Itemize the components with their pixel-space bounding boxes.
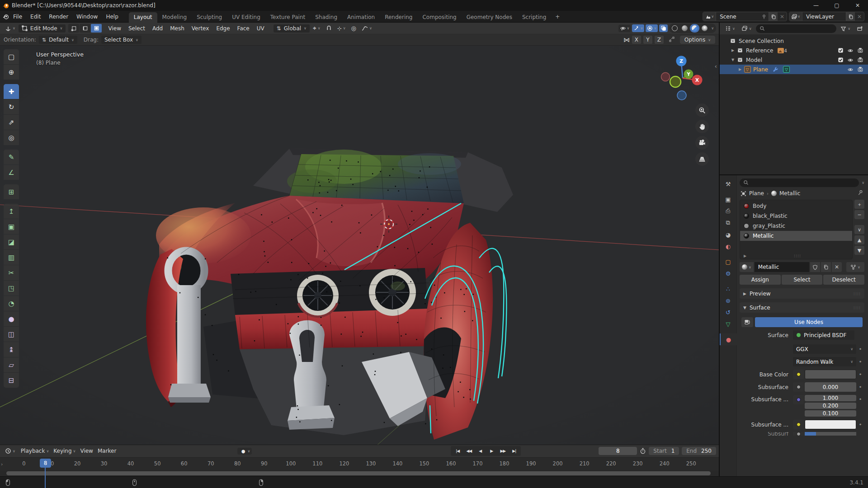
face-select-button[interactable]: [91, 24, 102, 33]
pin-id-icon[interactable]: [858, 190, 863, 197]
timeline-menu-keying[interactable]: Keying∨: [51, 447, 78, 455]
prev-key-button[interactable]: ◀◀: [463, 447, 474, 455]
jump-end-button[interactable]: ▶|: [509, 447, 519, 455]
tool-spin[interactable]: ◔: [4, 296, 19, 311]
properties-tab-object[interactable]: ▢: [720, 256, 737, 267]
menu-edit[interactable]: Edit: [26, 11, 45, 23]
shading-rendered-button[interactable]: [700, 24, 709, 33]
workspace-tab-uv-editing[interactable]: UV Editing: [227, 12, 265, 23]
animate-dot[interactable]: •: [856, 384, 864, 390]
distribution-dropdown[interactable]: GGX∨: [793, 344, 856, 354]
vector-slider[interactable]: 0.100: [805, 410, 856, 417]
tool-shrink-fatten[interactable]: ↨: [4, 342, 19, 357]
properties-tab-modifiers[interactable]: ⚙: [720, 267, 737, 279]
color-swatch[interactable]: [805, 370, 856, 379]
subsurface-method-dropdown[interactable]: Random Walk∨: [793, 357, 856, 366]
properties-options-dropdown[interactable]: ∨: [862, 181, 864, 185]
menu-render[interactable]: Render: [45, 11, 72, 23]
value-slider[interactable]: 0.000: [805, 382, 856, 392]
material-name-field[interactable]: Metallic: [755, 262, 809, 272]
outliner-row-scene-collection[interactable]: Scene Collection: [720, 36, 868, 46]
tool-rip-region[interactable]: ⊟: [4, 373, 19, 388]
viewlayer-name[interactable]: ViewLayer: [802, 14, 846, 20]
new-scene-button[interactable]: [769, 12, 778, 21]
timeline-menu-playback[interactable]: Playback∨: [19, 447, 51, 455]
mirror-y-button[interactable]: Y: [643, 36, 652, 44]
shading-dropdown[interactable]: ∨: [710, 26, 715, 30]
tool-select-box[interactable]: ▢: [4, 49, 19, 64]
edge-select-button[interactable]: [80, 24, 90, 33]
surface-panel-header[interactable]: ▼Surface::::: [740, 302, 864, 313]
menu-file[interactable]: File: [9, 11, 26, 23]
tool-rotate[interactable]: ↻: [4, 99, 19, 114]
properties-tab-particles[interactable]: ∴: [720, 283, 737, 295]
shading-solid-button[interactable]: [680, 24, 689, 33]
gizmos-toggle[interactable]: ∨: [632, 24, 644, 32]
drag-setting-dropdown[interactable]: Select Box∨: [101, 36, 142, 44]
outliner-filter-button[interactable]: ∨: [838, 25, 853, 33]
menu-window[interactable]: Window: [72, 11, 102, 23]
properties-tab-render[interactable]: ▣: [720, 193, 737, 205]
tool-cursor[interactable]: ⊕: [4, 65, 19, 80]
expand-icon[interactable]: ▼: [730, 58, 736, 62]
mirror-z-button[interactable]: Z: [655, 36, 664, 44]
tool-annotate[interactable]: ✎: [4, 150, 19, 164]
select-button[interactable]: Select: [782, 275, 823, 285]
shading-wireframe-button[interactable]: [670, 24, 679, 33]
frame-start-field[interactable]: Start1: [649, 447, 679, 455]
gizmo-axis-negz[interactable]: [677, 91, 686, 100]
frame-end-field[interactable]: End250: [682, 447, 716, 455]
proportional-falloff-dropdown[interactable]: ∨: [359, 25, 374, 32]
transform-orientation-dropdown[interactable]: ⇅Global∨: [274, 24, 310, 33]
minimize-button[interactable]: —: [806, 0, 826, 11]
mirror-x-button[interactable]: X: [632, 36, 641, 44]
snap-settings-dropdown[interactable]: ⊹∨: [335, 24, 348, 33]
gizmo-axis-negx[interactable]: [661, 73, 670, 81]
workspace-tab-shading[interactable]: Shading: [310, 12, 342, 23]
outliner-search-input[interactable]: [756, 24, 836, 33]
tool-loop-cut[interactable]: ▥: [4, 250, 19, 265]
current-frame-field[interactable]: 8: [599, 447, 637, 455]
close-button[interactable]: ✕: [847, 0, 868, 11]
viewport-menu-uv[interactable]: UV: [253, 25, 268, 32]
tool-move[interactable]: ✚: [4, 84, 19, 99]
stopwatch-icon[interactable]: [640, 448, 646, 454]
tool-poly-build[interactable]: ◳: [4, 281, 19, 296]
viewport-menu-face[interactable]: Face: [234, 25, 253, 32]
breadcrumb-object[interactable]: Plane: [749, 190, 764, 197]
assign-button[interactable]: Assign: [740, 275, 781, 285]
viewport-menu-view[interactable]: View: [104, 25, 124, 32]
socket-button[interactable]: [793, 382, 804, 392]
outliner-row-reference[interactable]: ▶Reference4: [720, 46, 868, 55]
options-dropdown[interactable]: Options∨: [680, 36, 715, 44]
viewport-canvas[interactable]: User Perspective (8) Plane ▢⊕✚↻⇗◎✎∠⊞↥▣◪▥…: [0, 46, 719, 445]
camera-view-button[interactable]: [695, 136, 709, 150]
eye-toggle[interactable]: [845, 57, 855, 63]
node-tree-dropdown[interactable]: ∨: [846, 262, 864, 272]
browse-material-button[interactable]: ∨: [740, 262, 754, 272]
properties-tab-tool[interactable]: ⚒: [720, 178, 737, 190]
tool-measure[interactable]: ∠: [4, 165, 19, 180]
workspace-tab-scripting[interactable]: Scripting: [517, 12, 551, 23]
mirror-icon[interactable]: ⋈: [623, 36, 630, 43]
vector-slider[interactable]: 0.200: [805, 403, 856, 409]
viewport-menu-mesh[interactable]: Mesh: [166, 25, 188, 32]
mode-dropdown[interactable]: Edit Mode∨: [19, 24, 66, 33]
viewport-menu-select[interactable]: Select: [125, 25, 149, 32]
properties-search-input[interactable]: [740, 178, 859, 187]
material-slot-gray_plastic[interactable]: gray_Plastic: [740, 221, 852, 231]
play-button[interactable]: ▶: [486, 447, 497, 455]
unlink-scene-button[interactable]: ✕: [778, 12, 787, 21]
material-slot-metallic[interactable]: Metallic: [740, 231, 852, 241]
viewport-menu-add[interactable]: Add: [149, 25, 166, 32]
eye-toggle[interactable]: [845, 48, 855, 53]
camera-toggle[interactable]: [855, 66, 865, 72]
xray-toggle[interactable]: [659, 24, 668, 32]
tool-inset-faces[interactable]: ▣: [4, 219, 19, 234]
scene-selector[interactable]: ∨ Scene ✕: [703, 12, 787, 21]
timeline-menu-marker[interactable]: Marker: [95, 447, 118, 455]
pan-view-button[interactable]: [695, 120, 709, 133]
vertex-select-button[interactable]: [68, 24, 79, 33]
tool-transform[interactable]: ◎: [4, 130, 19, 145]
eye-toggle[interactable]: [845, 67, 855, 72]
